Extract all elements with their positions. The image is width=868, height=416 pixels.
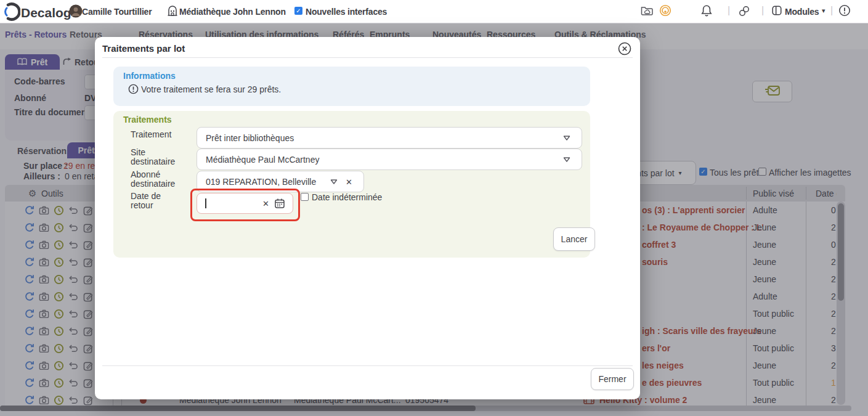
abonne-destinataire-select[interactable]: 019 REPARATION, Belleville ✕ xyxy=(197,171,364,192)
topbar: Decalog Camille Tourtillier Médiathèque … xyxy=(0,0,868,23)
hotspot-icon[interactable] xyxy=(659,4,671,18)
traitement-value: Prêt inter bibliothèques xyxy=(206,133,294,143)
divider: | xyxy=(830,5,833,16)
current-site[interactable]: Médiathèque John Lennon xyxy=(179,7,286,17)
batch-treatments-modal: Traitements par lot Informations Votre t… xyxy=(95,37,640,399)
site-destinataire-label: Site destinataire xyxy=(131,148,179,166)
building-icon xyxy=(167,6,178,18)
abonne-destinataire-label: Abonné destinataire xyxy=(131,170,179,189)
lancer-button[interactable]: Lancer xyxy=(553,227,595,251)
date-indeterminee-checkbox[interactable] xyxy=(301,193,309,201)
lancer-button-label: Lancer xyxy=(561,234,588,244)
close-icon[interactable] xyxy=(618,42,631,57)
site-destinataire-select[interactable]: Médiathèque Paul McCartney xyxy=(197,149,582,170)
date-retour-label: Date de retour xyxy=(131,192,179,210)
decalog-logo: Decalog xyxy=(2,2,71,23)
avatar[interactable] xyxy=(69,4,83,20)
new-interfaces-label: Nouvelles interfaces xyxy=(306,7,387,17)
clear-x-icon[interactable]: ✕ xyxy=(346,177,352,186)
info-heading: Informations xyxy=(123,71,176,81)
site-destinataire-value: Médiathèque Paul McCartney xyxy=(206,155,319,165)
calendar-icon[interactable] xyxy=(274,198,285,209)
new-interfaces-checkbox[interactable]: ✓ xyxy=(294,7,302,15)
chevron-down-icon xyxy=(330,179,338,184)
chevron-down-icon xyxy=(563,157,570,162)
clear-x-icon[interactable]: ✕ xyxy=(262,199,269,208)
traitement-label: Traitement xyxy=(131,130,179,139)
modules-menu[interactable]: Modules xyxy=(785,7,819,17)
decalog-logo-text: Decalog xyxy=(21,6,71,20)
text-caret xyxy=(205,198,206,208)
treatments-heading: Traitements xyxy=(123,115,172,124)
divider: | xyxy=(728,5,730,16)
abonne-destinataire-value: 019 REPARATION, Belleville xyxy=(206,177,316,187)
link-icon[interactable] xyxy=(738,5,750,19)
caret-down-icon: ▾ xyxy=(822,7,825,15)
info-panel: Informations Votre traitement se fera su… xyxy=(113,67,590,106)
date-retour-input[interactable]: ✕ xyxy=(197,193,293,214)
info-circle-icon xyxy=(128,84,139,96)
divider: | xyxy=(761,5,764,16)
fermer-button-label: Fermer xyxy=(598,374,626,384)
notifications-bell-icon[interactable] xyxy=(700,4,713,19)
treatments-panel: Traitements Traitement Prêt inter biblio… xyxy=(113,111,590,258)
help-info-icon[interactable] xyxy=(838,4,851,18)
app: Decalog Camille Tourtillier Médiathèque … xyxy=(0,0,868,416)
chevron-down-icon xyxy=(563,135,570,141)
modal-title: Traitements par lot xyxy=(102,43,185,54)
folder-cloud-icon[interactable] xyxy=(641,5,654,18)
date-indeterminee-label: Date indéterminée xyxy=(312,192,382,202)
info-text: Votre traitement se fera sur 29 prêts. xyxy=(141,84,281,94)
current-user[interactable]: Camille Tourtillier xyxy=(82,7,152,17)
decalog-logo-icon xyxy=(2,2,20,23)
traitement-select[interactable]: Prêt inter bibliothèques xyxy=(197,127,582,149)
modules-icon xyxy=(771,5,782,18)
fermer-button[interactable]: Fermer xyxy=(591,368,634,390)
